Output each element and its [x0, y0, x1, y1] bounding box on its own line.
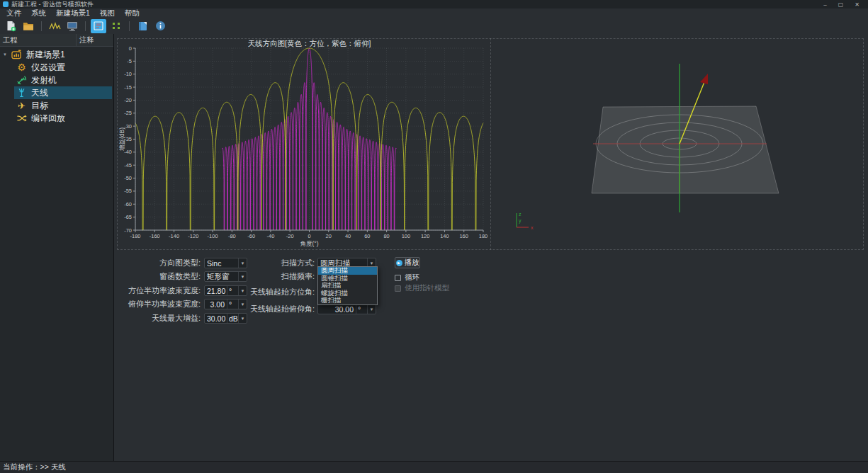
notebook-button[interactable]	[135, 19, 150, 33]
max-gain-spinner[interactable]: 30.00 dB ▼	[204, 313, 247, 324]
menu-item-3[interactable]: 视图	[95, 8, 120, 18]
tree-item-label: 新建场景1	[26, 49, 65, 61]
svg-text:-25: -25	[124, 110, 132, 116]
svg-text:-120: -120	[188, 233, 198, 239]
menu-item-0[interactable]: 文件	[1, 8, 26, 18]
tree-item-label: 目标	[31, 100, 48, 112]
svg-text:-10: -10	[124, 71, 132, 77]
start-elevation-label: 天线轴起始俯仰角:	[227, 304, 315, 314]
svg-text:20: 20	[326, 233, 332, 239]
loop-checkbox[interactable]	[395, 275, 401, 281]
svg-text:-60: -60	[247, 233, 255, 239]
svg-text:-60: -60	[124, 201, 132, 207]
info-button[interactable]	[152, 19, 168, 33]
max-gain-label: 天线最大增益:	[121, 313, 201, 324]
window-func-label: 窗函数类型:	[121, 271, 201, 282]
tree-item-scene[interactable]: ▼新建场景1	[0, 48, 113, 61]
svg-text:-50: -50	[124, 175, 132, 181]
menu-item-1[interactable]: 系统	[26, 8, 51, 18]
waveform-button[interactable]	[47, 19, 62, 33]
monitor-button[interactable]	[64, 19, 80, 33]
svg-text:-100: -100	[208, 233, 218, 239]
main-area: -180-160-140-120-100-80-60-40-2002040608…	[114, 34, 868, 461]
tree-header-note: 注释	[77, 34, 113, 46]
svg-text:角度(°): 角度(°)	[300, 240, 318, 247]
pointer-model-checkbox-row: 使用指针模型	[395, 283, 449, 293]
scan-option-2[interactable]: 扇扫描	[318, 282, 377, 290]
new-project-icon	[6, 21, 16, 32]
open-project-button[interactable]	[21, 19, 36, 33]
svg-text:天线方向图[黄色：方位，紫色：俯仰]: 天线方向图[黄色：方位，紫色：俯仰]	[248, 39, 371, 47]
info-icon	[155, 21, 166, 31]
svg-text:-20: -20	[124, 97, 132, 103]
axis-y-label: y	[519, 218, 522, 224]
menu-item-2[interactable]: 新建场景1	[51, 8, 95, 18]
tree-header-project: 工程	[0, 34, 77, 46]
close-button[interactable]: ✕	[855, 1, 859, 8]
svg-text:-65: -65	[124, 214, 132, 220]
tree-item-target[interactable]: ✈目标	[14, 99, 112, 112]
toolbar-separator	[41, 21, 42, 31]
antenna-3d-view[interactable]: z y x	[491, 39, 864, 250]
svg-text:-180: -180	[130, 233, 140, 239]
svg-text:40: 40	[345, 233, 351, 239]
svg-text:增益(dB): 增益(dB)	[118, 127, 125, 152]
menu-item-4[interactable]: 帮助	[120, 8, 145, 18]
pattern-type-label: 方向图类型:	[121, 258, 201, 268]
target-icon: ✈	[16, 100, 28, 111]
tree-item-antenna[interactable]: 天线	[14, 86, 112, 99]
toolbar-separator	[129, 21, 130, 31]
svg-text:180: 180	[479, 233, 488, 239]
scan-freq-label: 扫描频率:	[227, 271, 315, 282]
pointer-model-checkbox	[395, 285, 401, 292]
scene-config-button[interactable]	[91, 19, 106, 33]
start-azimuth-label: 天线轴起始方位角:	[227, 287, 315, 297]
tree-item-playback[interactable]: 编译回放	[14, 112, 112, 125]
svg-text:-15: -15	[124, 84, 132, 91]
tree-header: 工程 注释	[0, 34, 113, 47]
tree-item-label: 发射机	[31, 74, 57, 86]
status-bar: 当前操作：>> 天线	[0, 461, 868, 473]
play-button[interactable]: ▶ 播放	[395, 257, 420, 268]
svg-text:-160: -160	[150, 233, 160, 239]
axis-x-label: x	[531, 225, 534, 230]
loop-checkbox-row[interactable]: 循环	[395, 273, 419, 283]
expand-arrow-icon[interactable]: ▼	[3, 52, 9, 57]
app-icon	[3, 1, 9, 7]
svg-text:-80: -80	[228, 233, 236, 239]
project-tree-panel: 工程 注释 ▼新建场景1⚙仪器设置发射机天线✈目标编译回放	[0, 34, 114, 461]
azimuth-beamwidth-label: 方位半功率波束宽度:	[121, 285, 201, 296]
monitor-icon	[67, 21, 78, 31]
mini-axis-gizmo: z y x	[517, 212, 534, 230]
open-project-icon	[23, 21, 34, 31]
maximize-button[interactable]: ▢	[838, 1, 844, 8]
tree-item-transmitter[interactable]: 发射机	[14, 74, 112, 86]
tree-item-label: 仪器设置	[31, 62, 65, 74]
playback-icon	[16, 113, 28, 124]
scan-option-0[interactable]: 圆周扫描	[318, 267, 377, 275]
svg-text:0: 0	[129, 45, 132, 52]
elevation-beamwidth-label: 俯仰半功率波束宽度:	[121, 299, 201, 309]
status-text: 当前操作：>> 天线	[3, 462, 66, 472]
tree-item-label: 天线	[31, 87, 48, 99]
scan-option-1[interactable]: 圆锥扫描	[318, 275, 377, 283]
scan-option-4[interactable]: 栅扫描	[318, 297, 377, 304]
layout-dots-button[interactable]	[108, 19, 124, 33]
svg-text:80: 80	[383, 233, 389, 239]
svg-text:100: 100	[402, 233, 411, 239]
svg-text:160: 160	[459, 233, 468, 239]
new-project-button[interactable]	[3, 19, 18, 33]
minimize-button[interactable]: –	[823, 1, 826, 8]
toolbar-separator	[85, 21, 86, 31]
axis-z-label: z	[519, 212, 522, 217]
tree-item-instrument[interactable]: ⚙仪器设置	[14, 61, 112, 74]
scan-option-3[interactable]: 螺旋扫描	[318, 290, 377, 297]
svg-text:-140: -140	[169, 233, 179, 239]
notebook-icon	[138, 21, 147, 31]
transmitter-icon	[16, 74, 28, 86]
boresight-arrowhead	[700, 74, 708, 84]
svg-text:-55: -55	[124, 188, 132, 194]
layout-dots-icon	[111, 21, 121, 30]
start-elevation-spinner[interactable]: 30.00 ° ▼	[317, 304, 376, 314]
svg-text:140: 140	[440, 233, 449, 239]
